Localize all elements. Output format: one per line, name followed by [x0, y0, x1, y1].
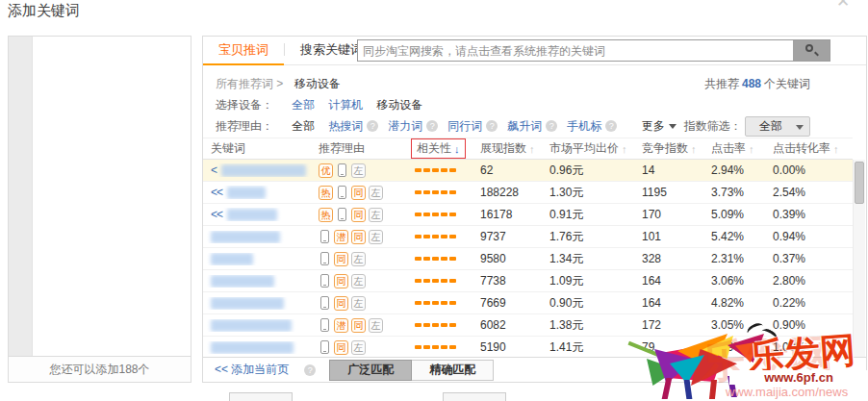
relevance-bar-segment: [432, 168, 439, 172]
search-input[interactable]: [358, 40, 793, 61]
scrollbar-thumb[interactable]: [855, 162, 864, 204]
remaining-quota-note: 您还可以添加188个: [9, 356, 191, 382]
cvr-value: 0.22%: [765, 296, 840, 310]
keyword-blurred-text: [211, 319, 292, 332]
avg-price-value: 1.30元: [542, 185, 634, 201]
column-header-7[interactable]: 点击率↑: [703, 140, 765, 157]
competition-value: 164: [634, 274, 703, 288]
column-header-8[interactable]: 点击转化率↑: [765, 140, 840, 157]
sort-up-icon: ↑: [529, 143, 535, 155]
impressions-value: 9580: [472, 252, 542, 265]
relevance-bars: [407, 345, 472, 349]
relevance-bar-segment: [449, 235, 456, 238]
table-row[interactable]: 同左51901.41元795.39%1.00%: [203, 337, 853, 359]
total-keywords-count: 488: [742, 77, 761, 90]
reason-option-2[interactable]: 潜力词: [388, 119, 422, 133]
tab-item-recommend[interactable]: 宝贝推词: [203, 37, 284, 65]
dropdown-caret-icon: [796, 125, 804, 130]
reason-option-1[interactable]: 热搜词: [328, 119, 363, 133]
relevance-bar-segment: [423, 279, 430, 283]
reason-filter-label: 推荐理由：: [216, 115, 289, 137]
help-icon[interactable]: ?: [426, 120, 438, 132]
help-icon[interactable]: ?: [546, 120, 557, 132]
search-button[interactable]: [793, 40, 830, 61]
relevance-bar-segment: [449, 190, 456, 194]
relevance-bar-segment: [449, 323, 456, 327]
help-icon[interactable]: ?: [486, 120, 498, 132]
relevance-bar-segment: [441, 168, 447, 172]
competition-value: 172: [634, 318, 703, 332]
table-row[interactable]: <优左620.96元142.94%0.00%: [203, 160, 853, 182]
dialog-confirm-button-partial[interactable]: [229, 392, 293, 401]
peer-word-tag-icon: 同: [351, 208, 366, 222]
column-label: 点击转化率: [773, 140, 830, 157]
reason-option-3[interactable]: 同行词: [447, 119, 482, 133]
dialog-cancel-button-partial[interactable]: [443, 392, 506, 401]
relevance-bars: [407, 301, 472, 305]
device-option-2[interactable]: 移动设备: [376, 98, 422, 112]
column-label: 点击率: [711, 140, 746, 157]
device-option-1[interactable]: 计算机: [328, 98, 363, 112]
more-filters-link[interactable]: 更多: [642, 119, 677, 133]
reason-icons-cell: 潜同左: [311, 230, 407, 244]
keyword-blurred-text: [211, 297, 284, 310]
help-icon[interactable]: ?: [367, 120, 378, 132]
relevance-bars: [407, 168, 472, 172]
table-scrollbar[interactable]: [853, 160, 865, 359]
column-label: 推荐理由: [319, 140, 365, 157]
reason-option-4[interactable]: 飙升词: [507, 119, 542, 133]
peer-word-tag-icon: 同: [351, 318, 366, 333]
relevance-bar-segment: [415, 323, 421, 327]
competition-value: 79: [634, 340, 703, 354]
column-header-4[interactable]: 展现指数↑: [472, 140, 542, 157]
reason-option-5[interactable]: 手机标: [567, 119, 601, 133]
cvr-value: 2.80%: [765, 274, 840, 288]
table-row[interactable]: 同左76690.90元1644.82%0.22%: [203, 292, 853, 314]
relevance-bar-segment: [432, 213, 439, 216]
table-row[interactable]: <<热同左161780.91元1705.09%0.39%: [203, 204, 853, 226]
table-row[interactable]: 潜同左97371.76元1015.42%0.94%: [203, 226, 853, 248]
table-row[interactable]: <<热同左1882281.30元11953.73%2.54%: [203, 182, 853, 204]
column-header-1[interactable]: 关键词: [203, 140, 311, 157]
relevance-bar-segment: [432, 301, 439, 305]
column-header-6[interactable]: 竞争指数↑: [634, 140, 703, 157]
competition-value: 328: [634, 252, 703, 265]
competition-value: 170: [634, 208, 703, 221]
reason-icons-cell: 潜同左: [311, 318, 407, 333]
relevance-bars: [407, 279, 472, 283]
device-option-0[interactable]: 全部: [292, 98, 315, 112]
page-title: 添加关键词: [8, 2, 80, 20]
broad-match-button[interactable]: 广泛匹配: [329, 360, 412, 381]
exact-match-button[interactable]: 精确匹配: [412, 360, 494, 381]
device-filter-options: 全部计算机移动设备: [292, 98, 436, 112]
help-icon[interactable]: ?: [605, 120, 617, 132]
left-tag-icon: 左: [351, 252, 366, 266]
search-icon: [805, 44, 813, 52]
close-icon[interactable]: ✕: [836, 0, 850, 12]
relevance-bar-segment: [449, 345, 456, 349]
relevance-bar-segment: [423, 168, 430, 172]
breadcrumb-parent[interactable]: 所有推荐词 >: [216, 77, 283, 90]
add-current-page-link[interactable]: << 添加当前页: [215, 362, 289, 378]
mobile-device-icon: [320, 230, 329, 243]
index-filter-label: 指数筛选：: [684, 119, 742, 133]
index-filter-dropdown[interactable]: 全部: [745, 116, 810, 137]
cvr-value: 0.94%: [765, 230, 840, 243]
table-row[interactable]: 潜同左60821.38元1723.05%0.90%: [203, 314, 853, 337]
keyword-blurred-text: [211, 231, 280, 243]
table-footer: << 添加当前页 ? 广泛匹配 精确匹配: [203, 357, 866, 382]
avg-price-value: 1.34元: [542, 251, 634, 267]
column-header-3[interactable]: 相关性↓: [407, 138, 472, 159]
table-row[interactable]: 同左95801.34元3282.31%0.37%: [203, 248, 853, 270]
help-icon[interactable]: ?: [304, 364, 316, 376]
column-header-2[interactable]: 推荐理由: [311, 140, 407, 157]
sort-up-icon: ↑: [691, 143, 697, 155]
table-row[interactable]: 同左77381.09元1643.06%2.80%: [203, 270, 853, 292]
peer-word-tag-icon: 同: [334, 274, 348, 288]
relevance-bar-segment: [415, 190, 421, 194]
mobile-device-icon: [338, 186, 346, 199]
ctr-value: 5.39%: [703, 340, 765, 354]
mobile-device-icon: [320, 340, 329, 354]
reason-option-0[interactable]: 全部: [292, 119, 315, 133]
column-header-5[interactable]: 市场平均出价↑: [542, 140, 634, 157]
